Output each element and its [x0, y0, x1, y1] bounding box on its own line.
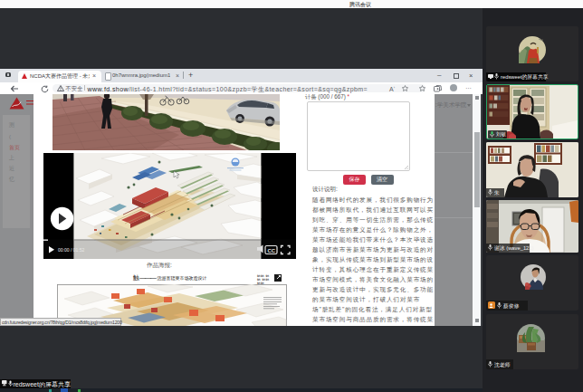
svg-text:CC: CC	[267, 247, 275, 253]
svg-text:00:00 / 01:52: 00:00 / 01:52	[58, 247, 84, 253]
